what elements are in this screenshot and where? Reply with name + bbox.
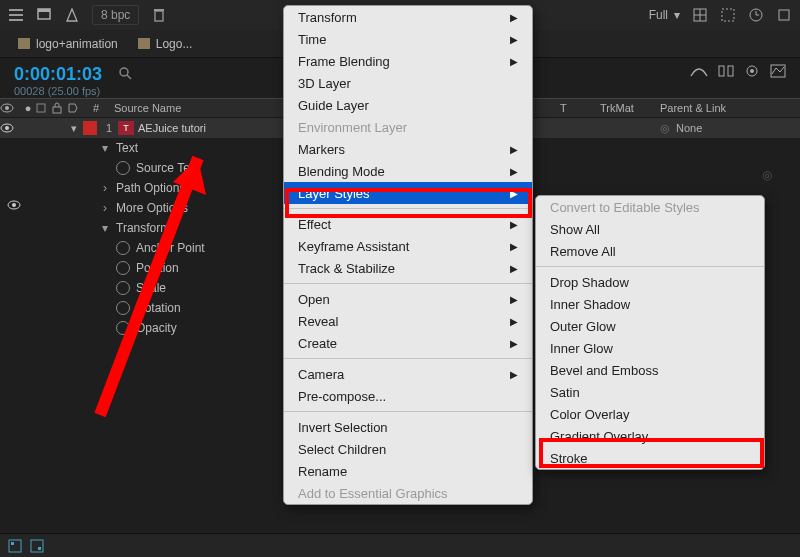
frame-blend-toggle-icon[interactable]	[718, 64, 734, 78]
menu-item-create[interactable]: Create▶	[284, 332, 532, 354]
submenu-item-show-all[interactable]: Show All	[536, 218, 764, 240]
label-color-swatch[interactable]	[83, 121, 97, 135]
bit-depth-toggle[interactable]: 8 bpc	[92, 5, 139, 25]
graph-editor-icon[interactable]	[770, 64, 786, 78]
shy-toggle-icon[interactable]	[690, 64, 708, 78]
snap-icon[interactable]	[776, 7, 792, 23]
folder-icon	[138, 38, 150, 49]
menu-item-label: Remove All	[550, 244, 616, 259]
menu-item-keyframe-assistant[interactable]: Keyframe Assistant▶	[284, 235, 532, 257]
caret-right-icon[interactable]: ›	[100, 201, 110, 215]
menu-item-label: Convert to Editable Styles	[550, 200, 700, 215]
resolution-dropdown[interactable]: Full ▾	[649, 8, 680, 22]
caret-down-icon[interactable]: ▾	[68, 122, 80, 135]
caret-down-icon[interactable]: ▾	[100, 141, 110, 155]
prop-scale[interactable]: Scale	[136, 281, 166, 295]
prop-transform-group[interactable]: Transform	[116, 221, 170, 235]
menu-item-open[interactable]: Open▶	[284, 288, 532, 310]
stopwatch-icon[interactable]	[116, 281, 130, 295]
menu-item-transform[interactable]: Transform▶	[284, 6, 532, 28]
parent-value[interactable]: None	[676, 122, 702, 134]
svg-marker-27	[69, 104, 77, 112]
chevron-right-icon: ▶	[510, 219, 518, 230]
pickwhip-icon[interactable]: ◎	[762, 168, 772, 182]
submenu-item-gradient-overlay[interactable]: Gradient Overlay	[536, 425, 764, 447]
current-timecode[interactable]: 0:00:01:03	[14, 64, 102, 85]
menu-item-camera[interactable]: Camera▶	[284, 363, 532, 385]
menu-item-label: Reveal	[298, 314, 338, 329]
folder-icon	[18, 38, 30, 49]
svg-rect-37	[38, 547, 41, 550]
toggle-modes-icon[interactable]	[30, 539, 44, 553]
render-icon[interactable]	[64, 7, 80, 23]
caret-down-icon[interactable]: ▾	[100, 221, 110, 235]
svg-line-17	[127, 75, 131, 79]
menu-item-3d-layer[interactable]: 3D Layer	[284, 72, 532, 94]
prop-rotation[interactable]: Rotation	[136, 301, 181, 315]
menu-item-label: Environment Layer	[298, 120, 407, 135]
stopwatch-icon[interactable]	[116, 161, 130, 175]
visibility-toggle[interactable]	[0, 123, 20, 133]
svg-rect-7	[154, 9, 164, 11]
prop-position[interactable]: Position	[136, 261, 179, 275]
toggle-switches-icon[interactable]	[8, 539, 22, 553]
mask-toggle-icon[interactable]	[720, 7, 736, 23]
prop-more-options[interactable]: More Options	[116, 201, 188, 215]
menu-item-markers[interactable]: Markers▶	[284, 138, 532, 160]
prop-opacity[interactable]: Opacity	[136, 321, 177, 335]
prop-path-options[interactable]: Path Options	[116, 181, 185, 195]
menu-item-pre-compose-[interactable]: Pre-compose...	[284, 385, 532, 407]
timecode-icon[interactable]	[748, 7, 764, 23]
stopwatch-icon[interactable]	[116, 261, 130, 275]
col-eye	[0, 103, 20, 113]
prop-anchor-point[interactable]: Anchor Point	[136, 241, 205, 255]
menu-item-reveal[interactable]: Reveal▶	[284, 310, 532, 332]
menu-item-frame-blending[interactable]: Frame Blending▶	[284, 50, 532, 72]
stopwatch-icon[interactable]	[116, 321, 130, 335]
menu-item-guide-layer[interactable]: Guide Layer	[284, 94, 532, 116]
submenu-item-stroke[interactable]: Stroke	[536, 447, 764, 469]
tab-label: logo+animation	[36, 37, 118, 51]
menu-item-label: Effect	[298, 217, 331, 232]
submenu-item-color-overlay[interactable]: Color Overlay	[536, 403, 764, 425]
composition-settings-icon[interactable]	[36, 7, 52, 23]
trash-icon[interactable]	[151, 7, 167, 23]
motion-blur-toggle-icon[interactable]	[744, 64, 760, 78]
menu-item-rename[interactable]: Rename	[284, 460, 532, 482]
chevron-right-icon: ▶	[510, 294, 518, 305]
submenu-item-convert-to-editable-styles: Convert to Editable Styles	[536, 196, 764, 218]
submenu-item-inner-shadow[interactable]: Inner Shadow	[536, 293, 764, 315]
submenu-item-outer-glow[interactable]: Outer Glow	[536, 315, 764, 337]
menu-item-invert-selection[interactable]: Invert Selection	[284, 416, 532, 438]
panel-menu-icon[interactable]	[8, 7, 24, 23]
col-hash: #	[84, 102, 108, 114]
grid-toggle-icon[interactable]	[692, 7, 708, 23]
menu-item-select-children[interactable]: Select Children	[284, 438, 532, 460]
tab-logo-animation[interactable]: logo+animation	[18, 37, 118, 51]
submenu-item-remove-all[interactable]: Remove All	[536, 240, 764, 262]
tab-logo[interactable]: Logo...	[138, 37, 193, 51]
submenu-item-satin[interactable]: Satin	[536, 381, 764, 403]
menu-item-layer-styles[interactable]: Layer Styles▶	[284, 182, 532, 204]
submenu-item-inner-glow[interactable]: Inner Glow	[536, 337, 764, 359]
menu-item-time[interactable]: Time▶	[284, 28, 532, 50]
stopwatch-icon[interactable]	[116, 301, 130, 315]
menu-item-effect[interactable]: Effect▶	[284, 213, 532, 235]
caret-right-icon[interactable]: ›	[100, 181, 110, 195]
menu-item-track-stabilize[interactable]: Track & Stabilize▶	[284, 257, 532, 279]
stopwatch-icon[interactable]	[116, 241, 130, 255]
search-icon[interactable]	[118, 66, 134, 82]
path-visibility-toggle[interactable]	[7, 200, 21, 210]
pickwhip-icon[interactable]: ◎	[660, 122, 670, 135]
prop-source-text[interactable]: Source Text	[136, 161, 199, 175]
submenu-item-bevel-and-emboss[interactable]: Bevel and Emboss	[536, 359, 764, 381]
layer-index: 1	[100, 122, 118, 134]
tab-label: Logo...	[156, 37, 193, 51]
menu-item-label: Satin	[550, 385, 580, 400]
svg-rect-26	[53, 107, 61, 113]
menu-item-label: Select Children	[298, 442, 386, 457]
submenu-item-drop-shadow[interactable]: Drop Shadow	[536, 271, 764, 293]
menu-item-blending-mode[interactable]: Blending Mode▶	[284, 160, 532, 182]
menu-item-label: Gradient Overlay	[550, 429, 648, 444]
prop-text-group[interactable]: Text	[116, 141, 138, 155]
